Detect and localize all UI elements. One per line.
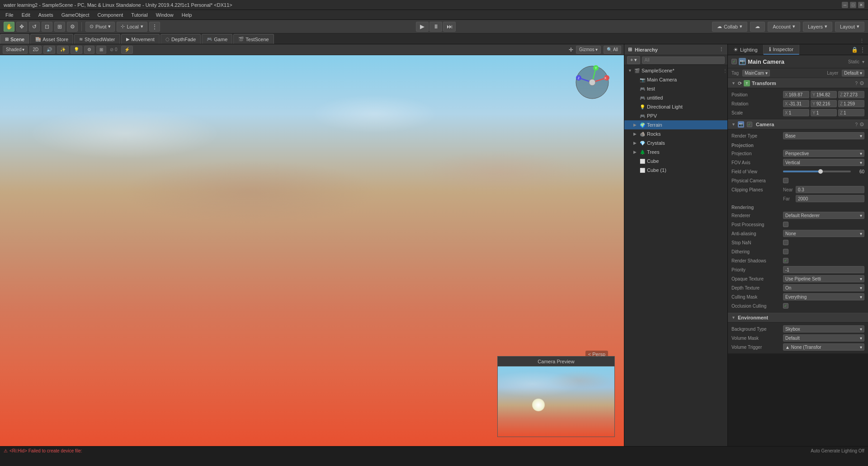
pivot-dropdown[interactable]: ⊙ Pivot ▾	[85, 22, 115, 32]
hier-item-dirlight[interactable]: 💡 Directional Light	[624, 102, 727, 111]
hier-item-crystals[interactable]: ▶ 💎 Crystals	[624, 138, 727, 147]
menu-edit[interactable]: Edit	[18, 11, 34, 19]
renderer-dropdown[interactable]: Default Renderer ▾	[783, 212, 864, 219]
tag-dropdown[interactable]: MainCam ▾	[742, 70, 770, 76]
snap-tool[interactable]: ⋮	[149, 22, 160, 32]
occlusion-culling-checkbox[interactable]	[783, 303, 788, 309]
post-processing-checkbox[interactable]	[783, 222, 788, 227]
hand-tool[interactable]: ✋	[4, 22, 14, 32]
panel-menu-icon[interactable]: ⋮	[860, 47, 865, 53]
hier-item-ppv[interactable]: 🎮 PPV	[624, 111, 727, 120]
tab-depth-fade[interactable]: ◌ DepthFade	[160, 34, 201, 44]
menu-assets[interactable]: Assets	[35, 11, 57, 19]
menu-help[interactable]: Help	[178, 11, 196, 19]
rotate-tool[interactable]: ↺	[29, 22, 40, 32]
scale-y[interactable]: Y 1	[811, 109, 837, 116]
volume-mask-dropdown[interactable]: Default ▾	[783, 334, 864, 342]
pause-button[interactable]: ⏸	[429, 22, 442, 32]
camera-enabled-checkbox[interactable]	[747, 122, 752, 127]
hier-item-cube1[interactable]: ⬜ Cube (1)	[624, 166, 727, 175]
menu-tutorial[interactable]: Tutorial	[127, 11, 151, 19]
tab-inspector[interactable]: ℹ Inspector	[764, 45, 799, 55]
audio-button[interactable]: 🔊	[43, 46, 55, 54]
background-type-dropdown[interactable]: Skybox ▾	[783, 325, 864, 333]
opaque-texture-dropdown[interactable]: Use Pipeline Setti ▾	[783, 275, 864, 282]
menu-component[interactable]: Component	[94, 11, 127, 19]
tab-bar-options[interactable]: ⋮	[859, 38, 864, 44]
hier-item-untitled[interactable]: 🎮 untitled	[624, 93, 727, 102]
rotation-z[interactable]: Z 1.259	[838, 100, 864, 107]
collab-button[interactable]: ☁ Collab ▾	[712, 22, 747, 32]
render-extra[interactable]: ⚡	[121, 46, 133, 54]
play-button[interactable]: ▶	[416, 22, 429, 32]
clipping-far-input[interactable]: 2000	[796, 195, 864, 202]
position-z[interactable]: Z 27.273	[838, 91, 864, 98]
shaded-dropdown[interactable]: Shaded ▾	[3, 46, 28, 54]
transform-component-header[interactable]: ▼ ⟳ T Transform ? ⚙	[728, 78, 868, 88]
layers-button[interactable]: Layers ▾	[803, 22, 832, 32]
hier-item-main-camera[interactable]: 📷 Main Camera	[624, 75, 727, 84]
render-type-dropdown[interactable]: Base ▾	[783, 132, 864, 139]
dithering-checkbox[interactable]	[783, 249, 788, 254]
scene-extra-button[interactable]: ⚙	[84, 46, 94, 54]
depth-texture-dropdown[interactable]: On ▾	[783, 284, 864, 291]
hierarchy-add-button[interactable]: + ▾	[627, 56, 640, 64]
menu-file[interactable]: File	[2, 11, 17, 19]
tab-movement[interactable]: ▶ Movement	[121, 34, 160, 44]
fov-slider[interactable]	[783, 171, 851, 172]
static-arrow[interactable]: ▾	[862, 59, 864, 64]
local-dropdown[interactable]: ⊹ Local ▾	[117, 22, 147, 32]
clipping-near-input[interactable]: 0.3	[796, 186, 864, 193]
scale-tool[interactable]: ⊡	[42, 22, 52, 32]
render-shadows-checkbox[interactable]	[783, 258, 788, 263]
hier-item-terrain[interactable]: ▶ 🌍 Terrain	[624, 120, 727, 129]
scene-gizmo[interactable]: X Y Z	[574, 64, 610, 100]
tab-asset-store[interactable]: 🏬 Asset Store	[30, 34, 73, 44]
physical-camera-checkbox[interactable]	[783, 178, 788, 183]
layout-button[interactable]: Layout ▾	[835, 22, 864, 32]
hier-item-cube[interactable]: ⬜ Cube	[624, 157, 727, 166]
hierarchy-search[interactable]	[642, 57, 725, 64]
rotation-x[interactable]: X -31.31	[783, 100, 809, 107]
account-button[interactable]: Account ▾	[768, 22, 800, 32]
inspector-scroll[interactable]: 📷 Main Camera Static ▾ Tag MainCam ▾ Lay…	[728, 55, 868, 446]
cloud-button[interactable]: ☁	[750, 22, 765, 32]
camera-component-header[interactable]: ▼ 📷 Camera ? ⚙	[728, 119, 868, 129]
panel-lock-icon[interactable]: 🔒	[851, 47, 858, 53]
anti-aliasing-dropdown[interactable]: None ▾	[783, 230, 864, 237]
step-button[interactable]: ⏭	[443, 22, 456, 32]
transform-help[interactable]: ?	[855, 81, 858, 86]
tab-game[interactable]: 🎮 Game	[202, 34, 232, 44]
position-x[interactable]: X 169.87	[783, 91, 809, 98]
volume-trigger-dropdown[interactable]: ▲ None (Transfor ▾	[783, 343, 864, 351]
hier-item-rocks[interactable]: ▶ 🪨 Rocks	[624, 129, 727, 138]
camera-help[interactable]: ?	[855, 122, 858, 127]
maximize-button[interactable]: □	[850, 2, 856, 8]
rect-tool[interactable]: ⊞	[54, 22, 65, 32]
close-button[interactable]: ✕	[858, 2, 864, 8]
transform-settings[interactable]: ⚙	[859, 80, 864, 86]
scale-x[interactable]: X 1	[783, 109, 809, 116]
fx-button[interactable]: ✨	[57, 46, 69, 54]
menu-gameobject[interactable]: GameObject	[58, 11, 93, 19]
scene-lighting-button[interactable]: 💡	[71, 46, 82, 54]
all-dropdown[interactable]: 🔍 All	[604, 46, 621, 54]
fov-axis-dropdown[interactable]: Vertical ▾	[783, 159, 864, 166]
hier-item-samplescene[interactable]: ▼ 🎬 SampleScene* ⋮	[624, 66, 727, 75]
environment-component-header[interactable]: ▼ Environment	[728, 313, 868, 323]
object-active-checkbox[interactable]	[731, 59, 737, 64]
tab-lighting[interactable]: ☀ Lighting	[728, 45, 764, 55]
position-y[interactable]: Y 194.82	[811, 91, 837, 98]
menu-window[interactable]: Window	[152, 11, 177, 19]
scene-view[interactable]: X Y Z < Persp	[0, 55, 624, 446]
projection-dropdown[interactable]: Perspective ▾	[783, 150, 864, 157]
transform-tool[interactable]: ⚙	[67, 22, 78, 32]
hier-options[interactable]: ⋮	[723, 68, 727, 73]
culling-mask-dropdown[interactable]: Everything ▾	[783, 293, 864, 300]
move-tool[interactable]: ✥	[16, 22, 27, 32]
layer-dropdown[interactable]: Default ▾	[842, 70, 864, 76]
hier-item-test[interactable]: 🎮 test	[624, 84, 727, 93]
minimize-button[interactable]: ─	[842, 2, 848, 8]
tab-scene[interactable]: ⊞ Scene	[0, 34, 29, 44]
2d-button[interactable]: 2D	[29, 46, 42, 54]
